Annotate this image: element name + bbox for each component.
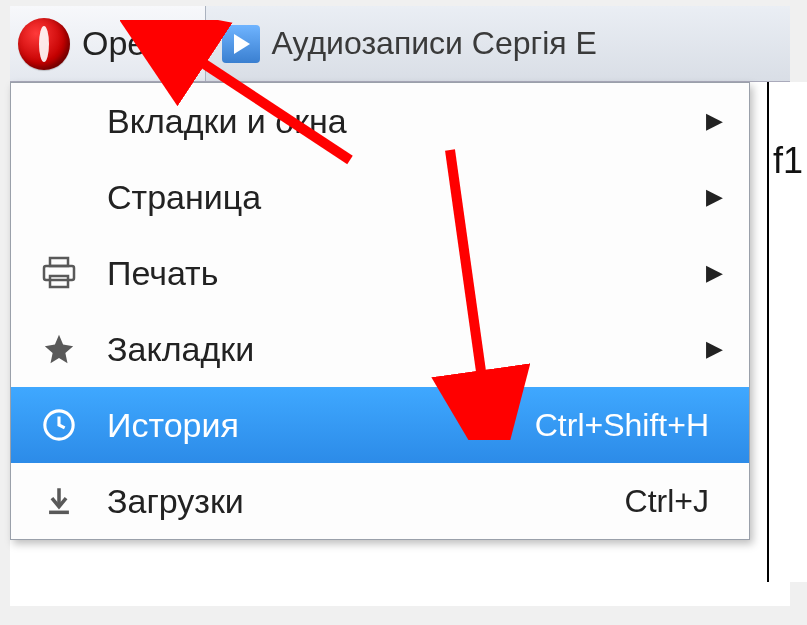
play-icon [222, 25, 260, 63]
menu-item-shortcut: Ctrl+J [625, 483, 729, 520]
menu-item-label: Печать [107, 254, 218, 293]
menu-item-shortcut: Ctrl+Shift+H [535, 407, 729, 444]
menu-item-label: Страница [107, 178, 261, 217]
opera-logo-icon [18, 18, 70, 70]
menu-item-history[interactable]: История Ctrl+Shift+H [11, 387, 749, 463]
menu-item-downloads[interactable]: Загрузки Ctrl+J [11, 463, 749, 539]
menu-item-label: Закладки [107, 330, 254, 369]
star-icon [11, 332, 107, 366]
menu-item-label: Загрузки [107, 482, 244, 521]
svg-marker-0 [234, 34, 250, 54]
background-page-strip: f1 [767, 82, 807, 582]
menu-item-print[interactable]: Печать ▶ [11, 235, 749, 311]
background-fragment-text: f1 [773, 140, 803, 182]
chevron-right-icon: ▶ [706, 108, 729, 134]
chevron-right-icon: ▶ [706, 260, 729, 286]
download-icon [11, 484, 107, 518]
opera-menu-label: Opera [82, 24, 177, 63]
menu-item-label: История [107, 406, 239, 445]
clock-icon [11, 408, 107, 442]
menu-item-bookmarks[interactable]: Закладки ▶ [11, 311, 749, 387]
menu-item-label: Вкладки и окна [107, 102, 347, 141]
print-icon [11, 256, 107, 290]
opera-menu-button[interactable]: Opera [10, 6, 206, 81]
chevron-right-icon: ▶ [706, 336, 729, 362]
titlebar: Opera Аудиозаписи Сергія Е [10, 6, 790, 82]
svg-rect-2 [44, 266, 74, 280]
menu-item-page[interactable]: Страница ▶ [11, 159, 749, 235]
svg-rect-3 [50, 276, 68, 287]
chevron-right-icon: ▶ [706, 184, 729, 210]
opera-main-menu: Вкладки и окна ▶ Страница ▶ Печать ▶ Зак… [10, 82, 750, 540]
tab-title: Аудиозаписи Сергія Е [272, 25, 597, 62]
menu-item-tabs-windows[interactable]: Вкладки и окна ▶ [11, 83, 749, 159]
browser-tab[interactable]: Аудиозаписи Сергія Е [206, 6, 791, 81]
